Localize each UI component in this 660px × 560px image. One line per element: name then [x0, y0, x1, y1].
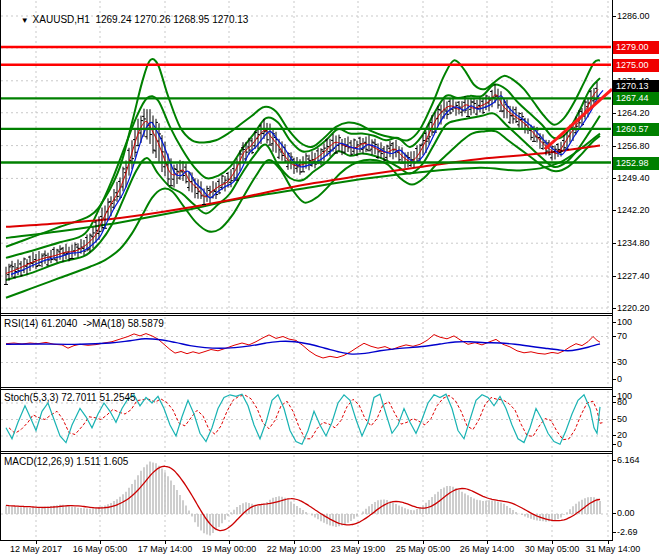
symbol-dropdown-icon[interactable]: ▼ [21, 16, 29, 25]
axis-tick [612, 402, 616, 403]
axis-tick [612, 308, 616, 309]
time-tick [36, 541, 37, 544]
price-label: 0.00 [617, 507, 635, 519]
price-label: 0 [617, 373, 622, 385]
price-label: 1249.40 [617, 172, 650, 184]
price-label: 1264.20 [617, 107, 650, 119]
price-flag-green: 1260.57 [613, 123, 659, 136]
axis-tick [612, 16, 616, 17]
time-tick [552, 541, 553, 544]
chart-title: ▼XAUUSD,H1 1269.24 1270.26 1268.95 1270.… [4, 3, 248, 36]
macd-label: MACD(12,26,9) 1.511 1.605 [4, 456, 128, 467]
time-tick [100, 541, 101, 544]
axis-tick [612, 276, 616, 277]
axis-tick [612, 419, 616, 420]
time-tick [358, 541, 359, 544]
price-label: 6.164 [617, 454, 640, 466]
rsi-label: RSI(14) 61.2040 ->MA(18) 58.5879 [4, 318, 164, 329]
axis-tick [612, 513, 616, 514]
axis-tick [612, 435, 616, 436]
price-label: 1256.80 [617, 140, 650, 152]
time-label: 17 May 14:00 [138, 544, 193, 554]
time-label: 19 May 00:00 [202, 544, 257, 554]
axis-tick [612, 146, 616, 147]
price-flag-green: 1252.98 [613, 157, 659, 170]
price-chart-panel[interactable]: ▼XAUUSD,H1 1269.24 1270.26 1268.95 1270.… [0, 0, 613, 314]
time-label: 26 May 14:00 [460, 544, 515, 554]
price-flag-red: 1279.00 [613, 41, 659, 54]
price-label: -2.69 [617, 526, 638, 538]
time-tick [294, 541, 295, 544]
time-tick [487, 541, 488, 544]
time-tick [608, 541, 609, 544]
axis-tick [612, 379, 616, 380]
high-value: 1270.26 [134, 14, 170, 25]
axis-tick [612, 243, 616, 244]
time-tick [229, 541, 230, 544]
price-label: 0 [617, 438, 622, 450]
time-label: 22 May 10:00 [267, 544, 322, 554]
price-flag-green: 1267.44 [613, 92, 659, 105]
price-label: 50 [617, 413, 627, 425]
price-label: 1242.20 [617, 204, 650, 216]
price-label: 80 [617, 396, 627, 408]
axis-tick [612, 178, 616, 179]
chart-left-border [0, 0, 1, 540]
time-label: 23 May 19:00 [331, 544, 386, 554]
stochastic-panel[interactable]: Stoch(5,3,3) 72.7011 51.2545 [0, 389, 613, 452]
axis-tick [612, 396, 616, 397]
axis-tick [612, 460, 616, 461]
time-tick [423, 541, 424, 544]
time-label: 25 May 05:00 [396, 544, 451, 554]
time-label: 12 May 2017 [10, 544, 62, 554]
price-chart-canvas[interactable] [0, 0, 612, 313]
macd-panel[interactable]: MACD(12,26,9) 1.511 1.605 [0, 453, 613, 541]
axis-tick [612, 444, 616, 445]
price-label: 1220.20 [617, 302, 650, 314]
time-label: 16 May 05:00 [73, 544, 128, 554]
price-label: 70 [617, 330, 627, 342]
stochastic-label: Stoch(5,3,3) 72.7011 51.2545 [4, 392, 136, 403]
time-label: 31 May 14:00 [586, 544, 641, 554]
axis-tick [612, 362, 616, 363]
price-label: 1234.80 [617, 237, 650, 249]
price-flag-red: 1275.00 [613, 59, 659, 72]
price-label: 1227.40 [617, 270, 650, 282]
time-label: 30 May 05:00 [525, 544, 580, 554]
rsi-panel[interactable]: RSI(14) 61.2040 ->MA(18) 58.5879 [0, 315, 613, 388]
price-label: 30 [617, 356, 627, 368]
symbol-label: XAUUSD,H1 [33, 14, 90, 25]
axis-tick [612, 113, 616, 114]
price-label: 100 [617, 316, 632, 328]
time-axis[interactable]: 12 May 201716 May 05:0017 May 14:0019 Ma… [0, 541, 660, 560]
axis-tick [612, 532, 616, 533]
close-value: 1270.13 [212, 14, 248, 25]
trading-chart-window: ▼XAUUSD,H1 1269.24 1270.26 1268.95 1270.… [0, 0, 660, 560]
open-value: 1269.24 [95, 14, 131, 25]
time-tick [165, 541, 166, 544]
axis-tick [612, 336, 616, 337]
axis-tick [612, 210, 616, 211]
low-value: 1268.95 [173, 14, 209, 25]
price-label: 1286.00 [617, 10, 650, 22]
axis-tick [612, 322, 616, 323]
